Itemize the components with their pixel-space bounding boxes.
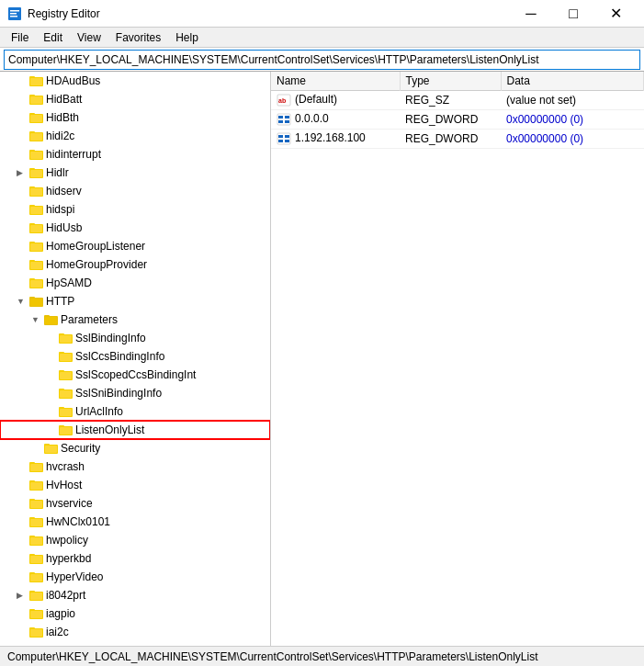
tree-item-label: hidserv — [46, 185, 82, 198]
svg-rect-1 — [10, 10, 19, 12]
svg-rect-113 — [285, 116, 289, 119]
svg-rect-54 — [60, 372, 72, 379]
tree-item[interactable]: ▼ HTTP — [0, 292, 270, 310]
tree-item-label: Hidlr — [46, 166, 69, 179]
tree-scroll[interactable]: HDAudBus HidBatt HidBth hidi2c hidinterr… — [0, 72, 270, 646]
tree-item[interactable]: HidBth — [0, 108, 270, 127]
folder-icon — [29, 240, 46, 254]
folder-icon — [29, 534, 46, 547]
svg-rect-72 — [30, 482, 42, 490]
menu-favorites[interactable]: Favorites — [108, 29, 168, 46]
tree-item-label: Security — [61, 442, 100, 455]
folder-icon — [29, 626, 46, 639]
tree-item-label: HyperVideo — [46, 570, 103, 583]
cell-type: REG_DWORD — [400, 130, 501, 149]
table-row[interactable]: 1.192.168.100REG_DWORD0x00000000 (0) — [271, 130, 644, 149]
svg-rect-96 — [30, 629, 42, 637]
maximize-button[interactable]: □ — [552, 0, 594, 28]
tree-item-label: iagpio — [46, 607, 75, 620]
tree-item[interactable]: iagpio — [0, 604, 270, 623]
right-panel: Name Type Data ab (Default)REG_SZ(value … — [271, 72, 644, 646]
menu-bar: File Edit View Favorites Help — [0, 28, 644, 48]
tree-item[interactable]: hwpolicy — [0, 531, 270, 549]
title-text: Registry Editor — [28, 7, 510, 20]
svg-text:ab: ab — [278, 97, 286, 104]
tree-item[interactable]: ▼ Parameters — [0, 310, 270, 329]
tree-item[interactable]: SslSniBindingInfo — [0, 384, 270, 402]
svg-rect-63 — [60, 427, 72, 435]
table-row[interactable]: 0.0.0.0REG_DWORD0x00000000 (0) — [271, 110, 644, 130]
tree-item[interactable]: ListenOnlyList — [0, 421, 270, 439]
address-input[interactable] — [4, 50, 640, 70]
menu-edit[interactable]: Edit — [36, 29, 70, 46]
tree-item[interactable]: hyperkbd — [0, 549, 270, 568]
tree-item-label: SslScopedCcsBindingInt — [75, 368, 196, 381]
registry-values-scroll[interactable]: Name Type Data ab (Default)REG_SZ(value … — [271, 72, 644, 646]
folder-icon — [29, 552, 46, 566]
svg-rect-24 — [30, 188, 42, 196]
minimize-button[interactable]: ─ — [510, 0, 552, 28]
tree-item[interactable]: HwNClx0101 — [0, 513, 270, 531]
tree-item[interactable]: hvcrash — [0, 457, 270, 476]
svg-rect-45 — [45, 317, 57, 324]
svg-rect-93 — [30, 611, 42, 618]
svg-rect-21 — [30, 170, 42, 177]
tree-panel: HDAudBus HidBatt HidBth hidi2c hidinterr… — [0, 72, 271, 646]
tree-item[interactable]: HvHost — [0, 476, 270, 494]
tree-item-label: iaLPSS2i_GPIO2 — [46, 644, 131, 646]
svg-rect-117 — [278, 135, 283, 138]
tree-item[interactable]: HDAudBus — [0, 72, 270, 90]
close-button[interactable]: ✕ — [594, 0, 637, 28]
tree-item[interactable]: HpSAMD — [0, 274, 270, 292]
tree-toggle-icon: ▼ — [31, 315, 44, 324]
tree-item[interactable]: hidi2c — [0, 127, 270, 145]
tree-item[interactable]: SslBindingInfo — [0, 329, 270, 347]
folder-icon — [29, 515, 46, 529]
col-header-type[interactable]: Type — [400, 72, 501, 91]
folder-icon — [29, 570, 46, 584]
col-header-name[interactable]: Name — [271, 72, 400, 91]
tree-item[interactable]: SslCcsBindingInfo — [0, 347, 270, 366]
tree-item[interactable]: iaLPSS2i_GPIO2 — [0, 641, 270, 646]
cell-name: 0.0.0.0 — [295, 112, 329, 125]
folder-icon — [29, 460, 46, 474]
svg-rect-30 — [30, 225, 42, 232]
tree-item[interactable]: hidserv — [0, 182, 270, 200]
cell-data: 0x00000000 (0) — [501, 130, 644, 149]
table-row[interactable]: ab (Default)REG_SZ(value not set) — [271, 91, 644, 110]
col-header-data[interactable]: Data — [501, 72, 644, 91]
tree-item[interactable]: SslScopedCcsBindingInt — [0, 366, 270, 384]
tree-item[interactable]: HomeGroupListener — [0, 237, 270, 255]
svg-rect-90 — [30, 593, 42, 600]
tree-item[interactable]: HidUsb — [0, 219, 270, 237]
tree-toggle-icon: ▼ — [17, 297, 29, 306]
svg-rect-18 — [30, 152, 42, 159]
tree-item[interactable]: HyperVideo — [0, 568, 270, 586]
cell-name: (Default) — [295, 93, 337, 106]
svg-rect-42 — [30, 299, 42, 306]
menu-file[interactable]: File — [4, 29, 36, 46]
tree-item[interactable]: hidspi — [0, 200, 270, 219]
svg-rect-116 — [277, 133, 290, 144]
tree-item[interactable]: hidinterrupt — [0, 145, 270, 164]
folder-icon — [59, 332, 75, 345]
tree-item[interactable]: hvservice — [0, 494, 270, 513]
tree-item-label: HidBatt — [46, 93, 82, 106]
folder-icon — [29, 644, 46, 646]
tree-item[interactable]: HidBatt — [0, 90, 270, 108]
menu-help[interactable]: Help — [168, 29, 206, 46]
folder-icon — [29, 221, 46, 235]
svg-rect-87 — [30, 574, 42, 581]
tree-item[interactable]: Security — [0, 439, 270, 457]
svg-rect-115 — [285, 120, 289, 123]
menu-view[interactable]: View — [70, 29, 108, 46]
svg-rect-78 — [30, 519, 42, 526]
tree-item[interactable]: ▶ i8042prt — [0, 586, 270, 604]
tree-item[interactable]: ▶ Hidlr — [0, 164, 270, 182]
tree-item[interactable]: iai2c — [0, 623, 270, 641]
tree-item[interactable]: UrlAclInfo — [0, 402, 270, 421]
folder-icon — [29, 111, 46, 125]
svg-rect-2 — [10, 13, 17, 15]
tree-item[interactable]: HomeGroupProvider — [0, 255, 270, 274]
folder-icon — [29, 185, 46, 198]
